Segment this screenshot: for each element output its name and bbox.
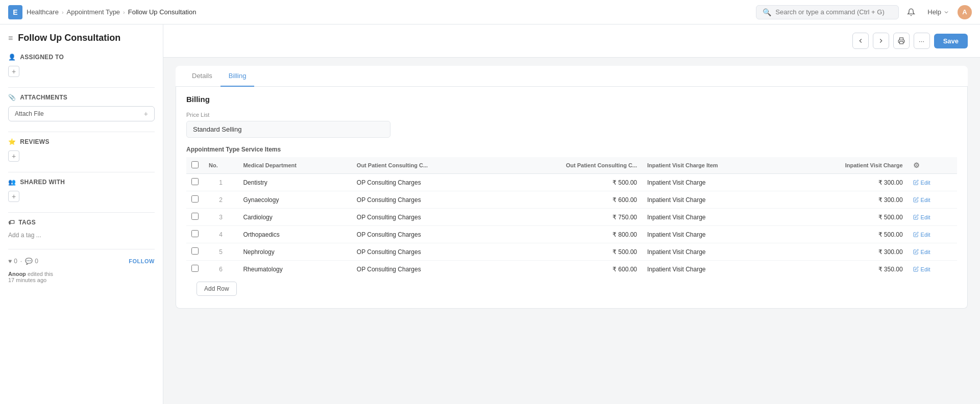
row-edit-button[interactable]: Edit xyxy=(913,249,952,255)
breadcrumb-healthcare[interactable]: Healthcare xyxy=(27,8,59,16)
divider-2 xyxy=(8,132,155,132)
row-checkbox[interactable] xyxy=(191,213,199,220)
row-checkbox[interactable] xyxy=(191,195,199,203)
row-medical-dept: Dentistry xyxy=(238,174,351,191)
row-edit-button[interactable]: Edit xyxy=(913,180,952,186)
page-header: ≡ Follow Up Consultation xyxy=(8,33,155,43)
divider-1 xyxy=(8,87,155,88)
search-box[interactable]: 🔍 xyxy=(756,5,899,19)
row-op-charge-item: OP Consulting Charges xyxy=(352,243,497,261)
add-shared-with-button[interactable]: + xyxy=(8,191,19,202)
activity-section: Anoop edited this 17 minutes ago xyxy=(8,271,155,283)
more-button[interactable]: ··· xyxy=(914,33,930,49)
row-op-charge-item: OP Consulting Charges xyxy=(352,209,497,226)
menu-icon[interactable]: ≡ xyxy=(8,34,13,43)
attachments-icon: 📎 xyxy=(8,94,16,101)
select-all-checkbox[interactable] xyxy=(191,161,199,168)
col-no: No. xyxy=(204,157,238,174)
add-review-button[interactable]: + xyxy=(8,150,19,162)
shared-with-icon: 👥 xyxy=(8,179,16,186)
col-op-charge-item: Out Patient Consulting C... xyxy=(352,157,497,174)
attachments-section: 📎 Attachments Attach File + xyxy=(8,94,155,121)
save-button[interactable]: Save xyxy=(934,34,968,48)
next-button[interactable] xyxy=(873,33,889,49)
row-ip-charge: ₹ 500.00 xyxy=(787,209,908,226)
more-icon: ··· xyxy=(919,37,924,45)
assigned-to-section: 👤 Assigned To + xyxy=(8,54,155,77)
dot-sep: · xyxy=(20,258,22,265)
shared-with-header: 👥 Shared With xyxy=(8,179,155,186)
reviews-section: ⭐ Reviews + xyxy=(8,138,155,162)
add-tag-button[interactable]: Add a tag ... xyxy=(8,232,41,239)
divider-5 xyxy=(8,249,155,249)
assigned-to-header: 👤 Assigned To xyxy=(8,54,155,61)
search-icon: 🔍 xyxy=(763,8,771,16)
print-button[interactable] xyxy=(893,33,910,49)
footer-actions: ♥ 0 · 💬 0 FOLLOW xyxy=(8,258,155,265)
main-inner: Details Billing Billing Price List Stand… xyxy=(163,58,980,317)
row-ip-charge-item: Inpatient Visit Charge xyxy=(642,174,787,191)
notifications-icon[interactable] xyxy=(903,4,919,20)
main-content: ··· Save Details Billing Billing Price L… xyxy=(163,24,980,404)
row-checkbox[interactable] xyxy=(191,265,199,272)
service-items-table-section: Appointment Type Service Items No. Medic… xyxy=(176,146,967,308)
comment-icon[interactable]: 💬 xyxy=(25,258,33,265)
billing-section-title: Billing xyxy=(176,87,967,108)
tab-billing[interactable]: Billing xyxy=(220,66,255,87)
search-input[interactable] xyxy=(775,8,892,16)
shared-with-section: 👥 Shared With + xyxy=(8,179,155,202)
attach-file-button[interactable]: Attach File + xyxy=(8,106,155,121)
row-no: 2 xyxy=(204,191,238,209)
row-edit-button[interactable]: Edit xyxy=(913,197,952,203)
col-ip-charge: Inpatient Visit Charge xyxy=(787,157,908,174)
row-checkbox[interactable] xyxy=(191,230,199,237)
avatar[interactable]: A xyxy=(958,5,972,19)
row-op-charge-item: OP Consulting Charges xyxy=(352,261,497,278)
tags-section: 🏷 Tags Add a tag ... xyxy=(8,219,155,239)
service-items-table: No. Medical Department Out Patient Consu… xyxy=(186,157,957,277)
tabs-bar: Details Billing xyxy=(176,66,968,87)
content-card: Billing Price List Standard Selling Appo… xyxy=(176,87,968,309)
row-medical-dept: Nephrology xyxy=(238,243,351,261)
svg-rect-0 xyxy=(899,41,903,44)
row-edit-button[interactable]: Edit xyxy=(913,214,952,220)
tab-details[interactable]: Details xyxy=(184,66,220,87)
reviews-header: ⭐ Reviews xyxy=(8,138,155,145)
row-op-charge-amount: ₹ 500.00 xyxy=(497,243,642,261)
row-checkbox[interactable] xyxy=(191,178,199,185)
likes-count: 0 xyxy=(14,258,17,265)
table-row: 1 Dentistry OP Consulting Charges ₹ 500.… xyxy=(186,174,957,191)
row-ip-charge-item: Inpatient Visit Charge xyxy=(642,191,787,209)
page-title: Follow Up Consultation xyxy=(18,33,120,43)
row-ip-charge: ₹ 300.00 xyxy=(787,191,908,209)
row-ip-charge-item: Inpatient Visit Charge xyxy=(642,243,787,261)
heart-icon[interactable]: ♥ xyxy=(8,258,12,265)
row-medical-dept: Gynaecology xyxy=(238,191,351,209)
breadcrumb: Healthcare › Appointment Type › Follow U… xyxy=(27,8,196,16)
add-row-button[interactable]: Add Row xyxy=(197,282,237,296)
help-button[interactable]: Help xyxy=(923,6,953,18)
prev-button[interactable] xyxy=(852,33,869,49)
row-op-charge-amount: ₹ 800.00 xyxy=(497,226,642,243)
row-edit-button[interactable]: Edit xyxy=(913,266,952,272)
row-medical-dept: Cardiology xyxy=(238,209,351,226)
settings-icon[interactable]: ⚙ xyxy=(913,161,920,169)
add-assigned-to-button[interactable]: + xyxy=(8,66,19,77)
row-no: 4 xyxy=(204,226,238,243)
row-ip-charge: ₹ 300.00 xyxy=(787,243,908,261)
table-row: 4 Orthopaedics OP Consulting Charges ₹ 8… xyxy=(186,226,957,243)
col-actions: ⚙ xyxy=(908,157,957,174)
row-edit-button[interactable]: Edit xyxy=(913,232,952,238)
table-title: Appointment Type Service Items xyxy=(186,146,957,153)
comments-count: 0 xyxy=(35,258,38,265)
col-ip-charge-item: Inpatient Visit Charge Item xyxy=(642,157,787,174)
assigned-to-label: Assigned To xyxy=(20,54,64,61)
breadcrumb-sep-1: › xyxy=(62,9,64,15)
tags-label: Tags xyxy=(18,219,36,226)
row-checkbox[interactable] xyxy=(191,247,199,255)
breadcrumb-appointment-type[interactable]: Appointment Type xyxy=(67,8,120,16)
row-op-charge-item: OP Consulting Charges xyxy=(352,191,497,209)
follow-button[interactable]: FOLLOW xyxy=(129,258,155,264)
row-op-charge-item: OP Consulting Charges xyxy=(352,226,497,243)
activity-action: edited this xyxy=(28,271,53,277)
